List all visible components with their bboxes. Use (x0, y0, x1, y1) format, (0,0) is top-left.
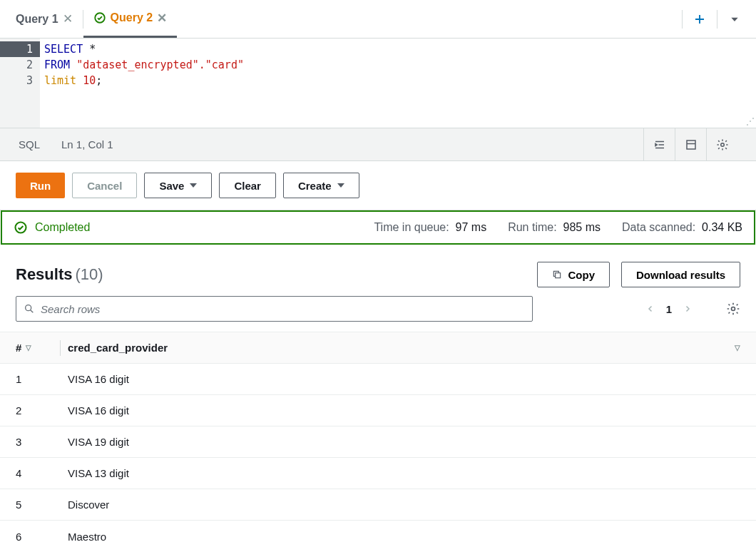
table-header-row: # ▽ cred_card_provider ▽ (0, 332, 756, 364)
search-input-wrap[interactable] (16, 296, 533, 322)
paginator: 1 (646, 302, 740, 316)
settings-icon[interactable] (726, 302, 740, 316)
cell-index: 5 (16, 499, 21, 511)
cell-value: VISA 16 digit (68, 404, 129, 416)
divider (682, 10, 683, 29)
cell-index: 1 (16, 373, 21, 385)
cursor-position: Ln 1, Col 1 (61, 138, 113, 150)
divider (717, 10, 717, 29)
format-icon[interactable] (643, 128, 675, 161)
results-controls: 1 (0, 296, 756, 332)
cell-index: 6 (16, 531, 21, 543)
sql-editor[interactable]: 1 2 3 SELECT * FROM "dataset_encrypted".… (0, 39, 756, 128)
page-number: 1 (666, 303, 672, 315)
table-row[interactable]: 1 VISA 16 digit (0, 364, 756, 395)
status-label: Completed (35, 221, 90, 234)
tab-query-2[interactable]: Query 2 ✕ (83, 0, 178, 38)
success-icon (14, 220, 28, 235)
cell-value: Maestro (68, 531, 106, 543)
cell-value: VISA 13 digit (68, 467, 129, 479)
clear-button[interactable]: Clear (219, 173, 276, 198)
cancel-button[interactable]: Cancel (72, 173, 137, 198)
results-table: # ▽ cred_card_provider ▽ 1 VISA 16 digit… (0, 332, 756, 552)
table-row[interactable]: 4 VISA 13 digit (0, 458, 756, 489)
close-icon[interactable]: ✕ (157, 11, 167, 26)
query-metrics: Time in queue: 97 ms Run time: 985 ms Da… (374, 221, 742, 234)
tab-label: Query 2 (111, 11, 153, 24)
run-button[interactable]: Run (16, 173, 65, 198)
svg-point-2 (720, 143, 724, 146)
tab-menu-button[interactable] (719, 5, 750, 34)
create-button[interactable]: Create (283, 173, 359, 198)
new-tab-button[interactable] (684, 5, 715, 34)
tab-label: Query 1 (16, 13, 58, 26)
results-header: Results (10) Copy Download results (0, 245, 756, 296)
next-page-icon[interactable] (683, 302, 692, 315)
svg-rect-4 (556, 273, 561, 278)
search-icon (24, 303, 35, 315)
results-count: (10) (75, 265, 103, 284)
prev-page-icon[interactable] (646, 302, 655, 315)
sort-icon[interactable]: ▽ (735, 344, 740, 352)
cell-index: 3 (16, 436, 21, 448)
success-icon (93, 11, 106, 24)
table-row[interactable]: 6 Maestro (0, 521, 756, 552)
cell-value: VISA 19 digit (68, 436, 129, 448)
code-content[interactable]: SELECT * FROM "dataset_encrypted"."card"… (40, 39, 756, 128)
cell-index: 2 (16, 404, 21, 416)
table-row[interactable]: 2 VISA 16 digit (0, 395, 756, 426)
results-title: Results (16, 265, 72, 284)
sort-icon[interactable]: ▽ (26, 344, 31, 352)
svg-rect-1 (687, 140, 695, 149)
table-row[interactable]: 5 Discover (0, 489, 756, 521)
column-header-provider[interactable]: cred_card_provider ▽ (68, 342, 740, 354)
svg-point-6 (732, 307, 735, 311)
status-banner: Completed Time in queue: 97 ms Run time:… (1, 210, 755, 245)
layout-icon[interactable] (675, 128, 706, 161)
svg-point-5 (26, 305, 31, 311)
copy-button[interactable]: Copy (537, 262, 610, 287)
download-results-button[interactable]: Download results (621, 262, 740, 287)
query-toolbar: Run Cancel Save Clear Create (0, 161, 756, 210)
line-gutter: 1 2 3 (0, 39, 40, 128)
cell-value: VISA 16 digit (68, 373, 129, 385)
query-tab-bar: Query 1 ✕ Query 2 ✕ (0, 0, 756, 39)
tab-query-1[interactable]: Query 1 ✕ (6, 0, 83, 38)
search-input[interactable] (41, 303, 525, 315)
cell-value: Discover (68, 499, 109, 511)
settings-icon[interactable] (706, 128, 737, 161)
cell-index: 4 (16, 467, 21, 479)
close-icon[interactable]: ✕ (63, 11, 73, 26)
save-button[interactable]: Save (144, 173, 212, 198)
editor-status-bar: SQL Ln 1, Col 1 (0, 128, 756, 161)
editor-language: SQL (19, 138, 40, 150)
column-header-index[interactable]: # ▽ (16, 342, 60, 354)
table-row[interactable]: 3 VISA 19 digit (0, 426, 756, 458)
